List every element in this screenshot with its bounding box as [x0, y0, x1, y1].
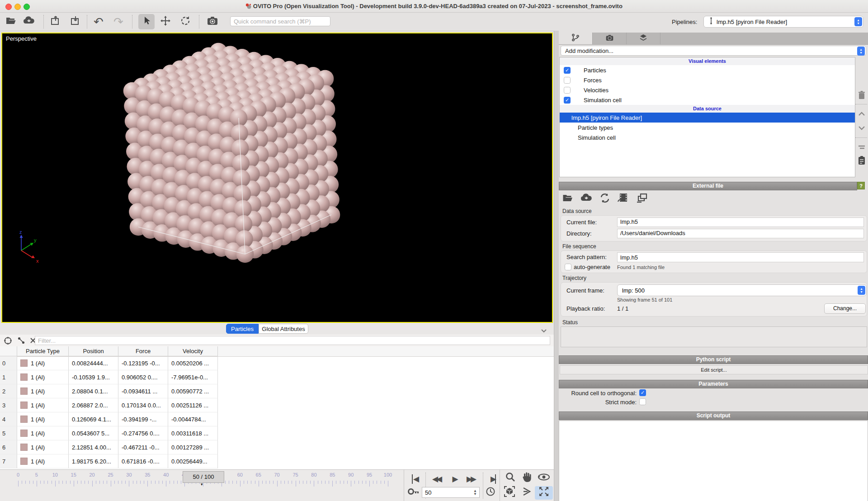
pan-mode-button[interactable]	[519, 472, 534, 484]
table-cell[interactable]: -0.10539 1.9...	[69, 370, 118, 384]
edit-script-button[interactable]: Edit script...	[560, 365, 868, 374]
table-cell[interactable]: 0.00127289 ...	[168, 440, 218, 454]
table-cell[interactable]: 4	[0, 412, 17, 426]
table-cell[interactable]: 0.00824444...	[69, 356, 118, 370]
table-cell[interactable]: -0.394199 -...	[118, 412, 168, 426]
table-cell[interactable]: 1 (Al)	[17, 356, 69, 370]
current-frame-indicator[interactable]: 50 / 100	[183, 471, 224, 483]
help-button[interactable]: ?	[857, 182, 865, 189]
tab-global-attributes[interactable]: Global Attributes	[259, 324, 308, 334]
table-cell[interactable]: 1.98175 6.20...	[69, 454, 118, 468]
table-cell[interactable]: -0.0934611 ...	[118, 384, 168, 398]
toggle-modifier-groups-button[interactable]	[856, 142, 867, 153]
table-cell[interactable]: 0	[0, 356, 17, 370]
table-cell[interactable]: 5	[0, 426, 17, 440]
table-cell[interactable]: 0.00520206 ...	[168, 356, 218, 370]
undo-button[interactable]: ↶	[90, 14, 107, 29]
table-cell[interactable]: 1 (Al)	[17, 412, 69, 426]
open-file-button[interactable]	[3, 14, 19, 29]
add-modification-dropdown[interactable]: Add modification... ▴▾	[561, 46, 866, 56]
redo-button[interactable]: ↷	[110, 14, 127, 29]
table-cell[interactable]: -7.96951e-0...	[168, 370, 218, 384]
visual-element-checkbox[interactable]	[564, 87, 571, 94]
data-source-item[interactable]: Particle types	[560, 123, 855, 132]
current-frame-dropdown[interactable]: lmp: 500 ▴▾	[617, 284, 867, 296]
table-cell[interactable]: -0.0044784...	[168, 412, 218, 426]
strict-mode-checkbox[interactable]	[639, 398, 646, 405]
tab-particles[interactable]: Particles	[226, 324, 259, 334]
bond-mode-icon[interactable]	[16, 336, 26, 345]
table-column-header[interactable]: Force	[118, 346, 168, 356]
auto-generate-checkbox[interactable]	[565, 264, 571, 270]
update-trajectory-icon[interactable]	[617, 193, 630, 206]
round-cell-checkbox[interactable]: ✓	[639, 389, 646, 396]
table-column-header[interactable]: Particle Type	[17, 346, 69, 356]
copy-pipeline-button[interactable]	[856, 155, 867, 165]
table-column-header[interactable]	[0, 346, 17, 356]
table-cell[interactable]: 0.0543607 5...	[69, 426, 118, 440]
collapse-inspector-button[interactable]	[541, 326, 547, 335]
table-cell[interactable]: 1 (Al)	[17, 426, 69, 440]
move-modifier-down-button[interactable]	[856, 123, 867, 133]
data-source-item[interactable]: lmp.h5 [pyiron File Reader]	[560, 113, 855, 123]
tab-overlays[interactable]	[627, 33, 660, 44]
selection-mode-button[interactable]	[138, 14, 155, 29]
table-cell[interactable]: 0.00251126 ...	[168, 398, 218, 412]
table-cell[interactable]: -0.123195 -0...	[118, 356, 168, 370]
table-cell[interactable]: 1	[0, 370, 17, 384]
visual-element-row[interactable]: Velocities	[560, 85, 855, 95]
table-cell[interactable]: 6	[0, 440, 17, 454]
select-particles-icon[interactable]	[3, 336, 13, 345]
visual-element-checkbox[interactable]: ✓	[564, 67, 571, 74]
delete-modifier-button[interactable]	[856, 90, 867, 100]
visual-element-row[interactable]: Forces	[560, 75, 855, 85]
filter-input[interactable]	[35, 336, 550, 345]
change-playback-ratio-button[interactable]: Change...	[824, 303, 866, 314]
table-cell[interactable]: 1 (Al)	[17, 384, 69, 398]
table-cell[interactable]: -0.274756 0....	[118, 426, 168, 440]
step-forward-button[interactable]: ▶▶	[463, 473, 478, 485]
skip-to-end-button[interactable]: ▶	[486, 473, 501, 485]
search-pattern-input[interactable]	[617, 252, 864, 262]
table-cell[interactable]: 0.00256449...	[168, 454, 218, 468]
visual-element-checkbox[interactable]: ✓	[564, 97, 571, 104]
maximize-viewport-button[interactable]	[536, 486, 552, 499]
pipeline-selector[interactable]: lmp.h5 [pyiron File Reader] ▴▾	[703, 16, 863, 28]
table-cell[interactable]: 2.08804 0.1...	[69, 384, 118, 398]
import-file-button[interactable]	[67, 14, 83, 29]
quick-command-search-input[interactable]	[230, 16, 330, 26]
frame-spinbox[interactable]: 50 ▲▼	[422, 487, 480, 498]
table-cell[interactable]: 2.06887 2.0...	[69, 398, 118, 412]
tab-pipelines[interactable]	[559, 33, 593, 44]
zoom-scene-extents-button[interactable]	[502, 486, 517, 499]
duplicate-pipeline-icon[interactable]	[636, 193, 648, 206]
table-cell[interactable]: -0.467211 -0...	[118, 440, 168, 454]
animation-settings-button[interactable]	[406, 486, 421, 499]
table-cell[interactable]: 2	[0, 384, 17, 398]
table-cell[interactable]: 1 (Al)	[17, 370, 69, 384]
viewport-3d[interactable]: Perspective z y x	[1, 33, 553, 323]
table-cell[interactable]: 7	[0, 454, 17, 468]
rotate-mode-button[interactable]	[177, 14, 193, 29]
reload-file-icon[interactable]	[599, 193, 611, 206]
table-cell[interactable]: 0.126069 4.1...	[69, 412, 118, 426]
skip-to-start-button[interactable]: ◀	[407, 473, 422, 485]
play-button[interactable]: ▶	[447, 473, 462, 485]
table-cell[interactable]: 1 (Al)	[17, 454, 69, 468]
orbit-mode-button[interactable]	[536, 472, 552, 484]
table-cell[interactable]: 0.170134 0.0...	[118, 398, 168, 412]
visual-element-row[interactable]: ✓Particles	[560, 65, 855, 75]
table-cell[interactable]: 0.671816 -0....	[118, 454, 168, 468]
table-cell[interactable]: 2.12851 4.00...	[69, 440, 118, 454]
table-column-header[interactable]: Velocity	[168, 346, 218, 356]
zoom-mode-button[interactable]	[503, 472, 518, 484]
visual-element-row[interactable]: ✓Simulation cell	[560, 95, 855, 105]
table-cell[interactable]: 0.906052 0....	[118, 370, 168, 384]
pick-file-button[interactable]	[561, 193, 574, 206]
tab-rendering[interactable]	[593, 33, 627, 44]
render-button[interactable]	[204, 14, 221, 29]
export-file-button[interactable]	[47, 14, 63, 29]
table-cell[interactable]: 1 (Al)	[17, 398, 69, 412]
pick-remote-file-button[interactable]	[580, 193, 593, 206]
import-remote-file-button[interactable]	[21, 14, 37, 29]
